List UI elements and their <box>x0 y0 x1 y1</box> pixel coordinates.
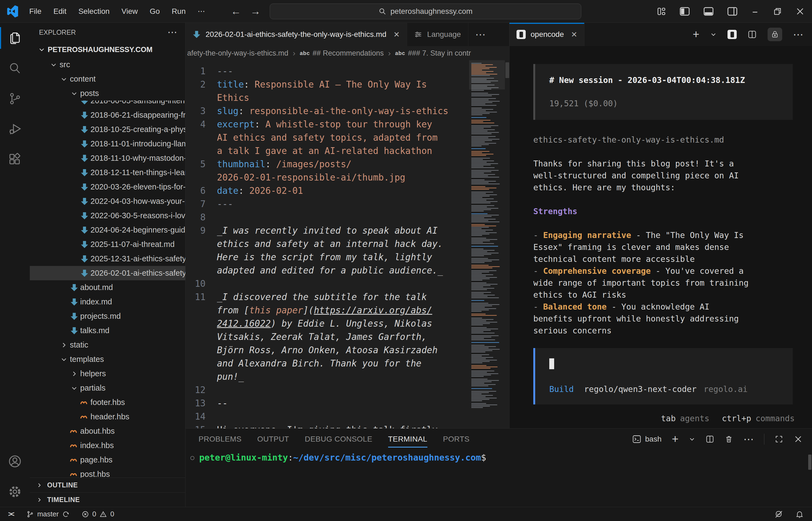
command-center-search[interactable]: peteroshaughnessy.com <box>270 3 581 19</box>
opencode-launch-icon[interactable] <box>727 30 737 39</box>
minimize-icon[interactable] <box>751 7 760 16</box>
explorer-root-folder[interactable]: PETEROSHAUGHNESSY.COM <box>30 42 185 58</box>
file-row[interactable]: 2026-02-01-ai-ethics-safety-t... <box>30 266 185 280</box>
file-row[interactable]: about.md <box>30 280 185 295</box>
folder-row[interactable]: partials <box>30 381 185 395</box>
file-row[interactable]: 2025-11-07-ai-threat.md <box>30 237 185 252</box>
toggle-secondary-sidebar-icon[interactable] <box>727 6 738 16</box>
file-row[interactable]: about.hbs <box>30 424 185 438</box>
folder-row[interactable]: posts <box>30 86 185 100</box>
file-row[interactable]: footer.hbs <box>30 395 185 410</box>
toggle-sidebar-icon[interactable] <box>679 6 690 16</box>
git-branch-status[interactable]: master <box>26 510 69 518</box>
file-row[interactable]: talks.md <box>30 323 185 338</box>
maximize-panel-icon[interactable] <box>774 435 783 444</box>
file-row[interactable]: 2022-06-30-5-reasons-i-love-... <box>30 208 185 223</box>
file-row[interactable]: 2018-06-21-disappearing-fra... <box>30 108 185 122</box>
timeline-label: TIMELINE <box>47 496 80 504</box>
outline-section[interactable]: OUTLINE <box>30 478 185 492</box>
split-editor-icon[interactable] <box>747 30 757 39</box>
menubar-more-icon[interactable]: ⋯ <box>191 4 211 19</box>
chevron-down-icon[interactable] <box>710 31 717 38</box>
panel-tab-debug-console[interactable]: DEBUG CONSOLE <box>305 429 372 450</box>
split-terminal-icon[interactable] <box>706 435 714 444</box>
panel-tab-terminal[interactable]: TERMINAL <box>388 429 427 450</box>
more-actions-icon[interactable]: ⋯ <box>793 28 803 40</box>
file-row[interactable]: header.hbs <box>30 410 185 424</box>
panel-tab-problems[interactable]: PROBLEMS <box>198 429 242 450</box>
folder-row[interactable]: static <box>30 338 185 352</box>
customize-layout-icon[interactable] <box>656 6 666 16</box>
breadcrumb-item[interactable]: afety-the-only-way-is-ethics.md <box>187 49 288 58</box>
tab-language-settings[interactable]: Language <box>407 23 468 46</box>
folder-row[interactable]: content <box>30 72 185 86</box>
toggle-panel-icon[interactable] <box>703 6 714 16</box>
bell-icon[interactable] <box>795 510 804 519</box>
lock-icon[interactable] <box>768 28 782 41</box>
close-window-icon[interactable] <box>795 6 805 16</box>
file-row[interactable]: post.hbs <box>30 467 185 478</box>
menu-go[interactable]: Go <box>144 4 166 19</box>
folder-row[interactable]: templates <box>30 352 185 366</box>
file-row[interactable]: page.hbs <box>30 453 185 467</box>
forward-arrow-icon[interactable]: → <box>250 5 261 17</box>
breadcrumb-item[interactable]: abc### 7. Stay in contr <box>395 49 471 58</box>
menu-run[interactable]: Run <box>166 4 191 19</box>
back-arrow-icon[interactable]: ← <box>231 5 241 17</box>
activity-settings[interactable] <box>0 477 30 507</box>
markdown-editor[interactable]: 1---2title: Responsible AI — The Only Wa… <box>186 60 509 428</box>
editor-scrollbar[interactable] <box>505 62 509 78</box>
activity-run-debug[interactable] <box>0 114 30 144</box>
folder-row[interactable]: helpers <box>30 366 185 381</box>
menu-view[interactable]: View <box>116 4 144 19</box>
menu-selection[interactable]: Selection <box>72 4 115 19</box>
close-icon[interactable]: ✕ <box>393 30 400 39</box>
terminal[interactable]: ○ peter@linux-minty:~/dev/src/misc/peter… <box>186 450 812 507</box>
panel-scrollbar[interactable] <box>808 455 811 470</box>
activity-explorer[interactable] <box>0 23 30 53</box>
activity-search[interactable] <box>0 53 30 84</box>
menu-file[interactable]: File <box>23 4 47 19</box>
agent-mode[interactable]: Build <box>549 384 574 394</box>
file-row[interactable]: 2018-11-01-introducing-llam... <box>30 137 185 151</box>
terminal-instance[interactable]: bash <box>632 434 662 444</box>
file-row[interactable]: index.hbs <box>30 438 185 453</box>
activity-extensions[interactable] <box>0 144 30 175</box>
breadcrumb-item[interactable]: abc## Recommendations <box>300 49 384 58</box>
close-panel-icon[interactable] <box>794 434 803 444</box>
timeline-section[interactable]: TIMELINE <box>30 492 185 507</box>
file-row[interactable]: projects.md <box>30 309 185 323</box>
file-row[interactable]: 2018-11-10-why-mastodon-i... <box>30 151 185 165</box>
file-row[interactable]: 2024-06-24-beginners-guide... <box>30 223 185 237</box>
file-row[interactable]: index.md <box>30 295 185 309</box>
panel-tab-ports[interactable]: PORTS <box>443 429 470 450</box>
tab-markdown-file[interactable]: 2026-02-01-ai-ethics-safety-the-only-way… <box>186 23 407 46</box>
activity-source-control[interactable] <box>0 84 30 114</box>
tab-overflow-icon[interactable]: ⋯ <box>468 23 493 46</box>
file-row[interactable]: 2018-10-25-creating-a-physi... <box>30 122 185 137</box>
new-terminal-icon[interactable]: + <box>672 433 678 446</box>
minimap[interactable] <box>469 60 505 428</box>
tab-opencode[interactable]: opencode ✕ <box>509 23 584 46</box>
model-name[interactable]: regolo/qwen3-next-coder <box>584 384 696 394</box>
chevron-down-icon[interactable] <box>689 436 695 443</box>
remote-indicator[interactable]: >< <box>8 510 14 518</box>
problems-status[interactable]: 0 0 <box>81 510 114 518</box>
new-terminal-icon[interactable]: + <box>693 28 699 41</box>
more-actions-icon[interactable]: ⋯ <box>743 433 754 445</box>
file-row[interactable]: 2018-12-11-ten-things-i-lear... <box>30 165 185 180</box>
chevron-right-icon <box>58 342 70 348</box>
menu-edit[interactable]: Edit <box>47 4 72 19</box>
close-icon[interactable]: ✕ <box>571 30 577 39</box>
file-row[interactable]: 2022-04-03-how-was-your-p... <box>30 194 185 208</box>
restore-icon[interactable] <box>773 7 782 16</box>
kill-terminal-icon[interactable] <box>724 435 733 444</box>
folder-row[interactable]: src <box>30 58 185 72</box>
chat-input[interactable]: Buildregolo/qwen3-next-coderregolo.ai <box>533 348 793 404</box>
copilot-disabled-icon[interactable] <box>774 509 783 519</box>
activity-account[interactable] <box>0 446 30 477</box>
file-row[interactable]: 2020-03-26-eleven-tips-for-c... <box>30 180 185 194</box>
file-row[interactable]: 2025-12-31-ai-ethics-safety-r... <box>30 252 185 266</box>
explorer-more-actions-icon[interactable]: ⋯ <box>167 27 177 38</box>
panel-tab-output[interactable]: OUTPUT <box>257 429 289 450</box>
